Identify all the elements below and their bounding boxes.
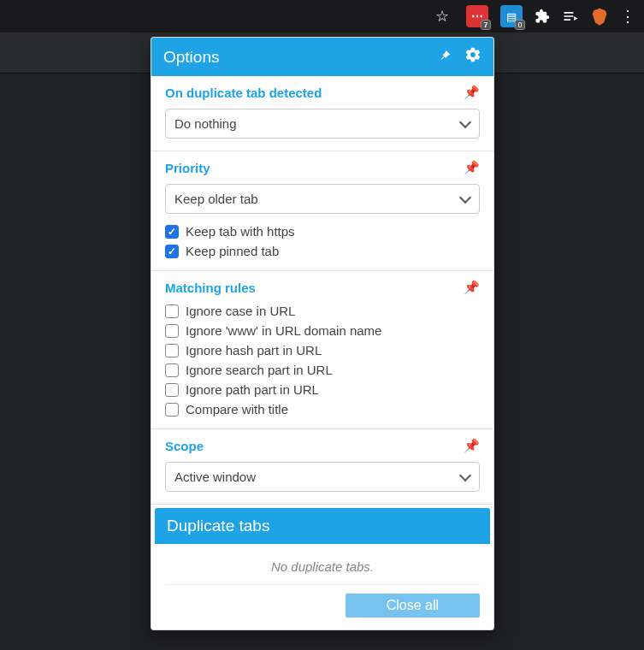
pin-icon[interactable]: 📌 <box>464 438 480 453</box>
duplicate-tabs-title: Duplicate tabs <box>167 517 269 535</box>
on-duplicate-title: On duplicate tab detected <box>165 86 322 100</box>
close-all-button[interactable]: Close all <box>346 594 480 618</box>
rule-label: Ignore search part in URL <box>186 363 333 377</box>
rule-label: Compare with title <box>186 402 288 417</box>
pin-icon[interactable]: 📌 <box>464 280 480 295</box>
checkbox-rule-4[interactable] <box>165 383 179 397</box>
pin-popup-icon[interactable] <box>439 48 452 67</box>
checkbox-rule-0[interactable] <box>165 304 179 318</box>
extension-red-badge: 7 <box>481 20 491 30</box>
pin-icon[interactable]: 📌 <box>464 160 480 175</box>
rule-row[interactable]: Ignore case in URL <box>165 304 480 318</box>
scope-select[interactable]: Active window <box>165 462 480 492</box>
checkbox-rule-1[interactable] <box>165 324 179 338</box>
keep-https-label: Keep tab with https <box>186 224 295 239</box>
section-scope: Scope 📌 Active window <box>151 429 493 505</box>
extension-icon-red[interactable]: ⋯ 7 <box>466 5 488 27</box>
keep-pinned-label: Keep pinned tab <box>186 244 279 258</box>
extensions-puzzle-icon[interactable] <box>535 9 550 24</box>
rule-row[interactable]: Ignore hash part in URL <box>165 343 480 358</box>
section-priority: Priority 📌 Keep older tab Keep tab with … <box>151 151 493 271</box>
checkbox-rule-3[interactable] <box>165 363 179 377</box>
options-header: Options <box>151 38 493 76</box>
menu-dots-icon[interactable]: ⋮ <box>620 7 635 26</box>
keep-https-row[interactable]: Keep tab with https <box>165 224 480 239</box>
pin-icon[interactable]: 📌 <box>464 85 480 100</box>
on-duplicate-select[interactable]: Do nothing <box>165 109 480 139</box>
extension-popup: Options On duplicate tab detected 📌 Do n… <box>151 38 493 629</box>
checkbox-keep-https[interactable] <box>165 225 179 239</box>
rule-label: Ignore case in URL <box>186 304 295 318</box>
brave-shield-icon[interactable] <box>591 7 608 26</box>
section-matching-rules: Matching rules 📌 Ignore case in URL Igno… <box>151 271 493 429</box>
no-duplicates-message: No duplicate tabs. <box>165 554 480 585</box>
rule-label: Ignore 'www' in URL domain name <box>186 323 381 338</box>
extension-blue-badge: 0 <box>515 20 525 30</box>
section-on-duplicate: On duplicate tab detected 📌 Do nothing <box>151 76 493 151</box>
options-title: Options <box>163 48 219 67</box>
duplicate-tabs-body: No duplicate tabs. Close all <box>151 544 493 629</box>
rule-label: Ignore path part in URL <box>186 382 319 397</box>
priority-select[interactable]: Keep older tab <box>165 184 480 214</box>
gear-icon[interactable] <box>464 46 482 68</box>
bookmark-star-icon[interactable]: ☆ <box>435 7 449 26</box>
matching-rules-title: Matching rules <box>165 281 256 295</box>
checkbox-rule-2[interactable] <box>165 344 179 358</box>
duplicate-tabs-header: Duplicate tabs <box>155 508 490 544</box>
priority-title: Priority <box>165 161 210 175</box>
rule-row[interactable]: Compare with title <box>165 402 480 417</box>
checkbox-rule-5[interactable] <box>165 403 179 417</box>
rule-label: Ignore hash part in URL <box>186 343 322 358</box>
rule-row[interactable]: Ignore path part in URL <box>165 382 480 397</box>
checkbox-keep-pinned[interactable] <box>165 245 179 258</box>
rule-row[interactable]: Ignore 'www' in URL domain name <box>165 323 480 338</box>
extension-icon-blue[interactable]: ▤ 0 <box>500 5 523 27</box>
media-control-icon[interactable] <box>562 8 579 25</box>
scope-title: Scope <box>165 439 204 453</box>
rule-row[interactable]: Ignore search part in URL <box>165 363 480 377</box>
browser-toolbar: ☆ ⋯ 7 ▤ 0 ⋮ <box>0 0 644 32</box>
keep-pinned-row[interactable]: Keep pinned tab <box>165 244 480 258</box>
